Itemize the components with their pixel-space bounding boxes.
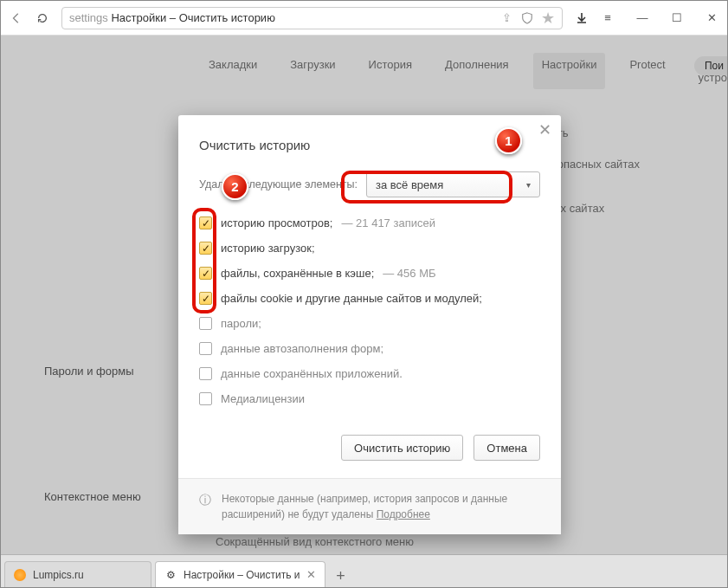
checkbox-icon[interactable]: ✓: [199, 292, 212, 305]
opt-passwords[interactable]: пароли;: [199, 317, 540, 330]
time-range-select[interactable]: за всё время ▾: [366, 171, 540, 197]
close-window-icon[interactable]: ✕: [705, 11, 718, 25]
close-icon[interactable]: ✕: [537, 122, 552, 138]
opt-media-licenses[interactable]: Медиалицензии: [199, 392, 540, 405]
new-tab-button[interactable]: +: [329, 565, 351, 587]
browser-tab-lumpics[interactable]: Lumpics.ru: [4, 561, 151, 587]
settings-page: Закладки Загрузки История Дополнения Нас…: [1, 36, 727, 555]
checkbox-icon[interactable]: [199, 392, 212, 405]
checkbox-icon[interactable]: ✓: [199, 216, 212, 229]
annotation-marker-2: 2: [222, 173, 248, 200]
checkbox-icon[interactable]: ✓: [199, 242, 212, 255]
opt-cached-files[interactable]: ✓ файлы, сохранённые в кэше; — 456 МБ: [199, 267, 540, 280]
browser-tabstrip: Lumpics.ru ⚙ Настройки – Очистить и ✕ +: [1, 554, 727, 587]
checkbox-icon[interactable]: [199, 317, 212, 330]
checkbox-icon[interactable]: [199, 342, 212, 355]
annotation-marker-1: 1: [495, 127, 522, 154]
share-icon[interactable]: ⇪: [499, 11, 513, 25]
gear-icon: ⚙: [164, 569, 177, 581]
maximize-icon[interactable]: ☐: [670, 11, 684, 25]
close-tab-icon[interactable]: ✕: [306, 568, 316, 581]
menu-icon[interactable]: ≡: [601, 11, 615, 25]
checkbox-icon[interactable]: [199, 367, 212, 380]
shield-icon[interactable]: [520, 11, 534, 25]
checkbox-icon[interactable]: ✓: [199, 267, 212, 280]
downloads-icon[interactable]: [575, 11, 589, 25]
modal-title: Очистить историю: [199, 138, 540, 152]
clear-button[interactable]: Очистить историю: [341, 435, 463, 461]
opt-autofill[interactable]: данные автозаполнения форм;: [199, 342, 540, 355]
modal-footer: ⓘ Некоторые данные (например, история за…: [178, 478, 561, 534]
address-bar[interactable]: settings Настройки – Очистить историю ⇪ …: [61, 7, 563, 29]
address-text: settings Настройки – Очистить историю: [69, 11, 493, 24]
opt-cookies[interactable]: ✓ файлы cookie и другие данные сайтов и …: [199, 292, 540, 305]
chevron-down-icon: ▾: [526, 180, 531, 190]
back-icon[interactable]: [10, 11, 23, 25]
opt-download-history[interactable]: ✓ историю загрузок;: [199, 242, 540, 255]
minimize-icon[interactable]: —: [635, 11, 649, 25]
browser-chrome: settings Настройки – Очистить историю ⇪ …: [1, 1, 727, 36]
opt-app-data[interactable]: данные сохранённых приложений.: [199, 367, 540, 380]
reload-icon[interactable]: [35, 11, 49, 25]
cancel-button[interactable]: Отмена: [474, 435, 540, 461]
info-icon: ⓘ: [199, 491, 211, 509]
opt-browsing-history[interactable]: ✓ историю просмотров; — 21 417 записей: [199, 216, 540, 229]
favicon-icon: [14, 569, 26, 581]
bookmark-star-icon[interactable]: ★: [541, 11, 555, 25]
learn-more-link[interactable]: Подробнее: [377, 508, 430, 520]
browser-tab-settings[interactable]: ⚙ Настройки – Очистить и ✕: [155, 561, 325, 587]
time-range-value: за всё время: [376, 178, 443, 191]
